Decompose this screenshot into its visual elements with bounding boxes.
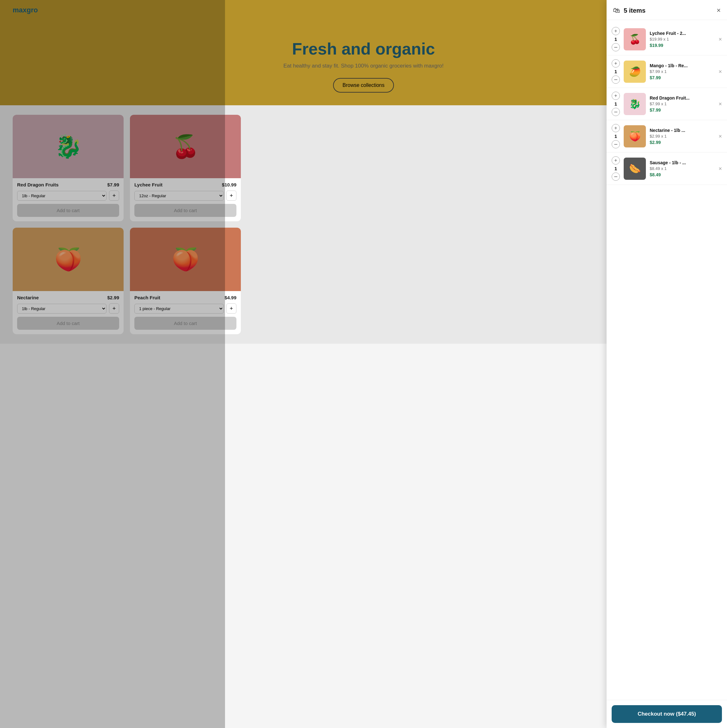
cart-qty-num-nectarine-cart: 1 — [614, 133, 617, 139]
cart-qty-ctrl-mango: + 1 − — [612, 59, 620, 84]
cart-overlay[interactable] — [0, 0, 225, 344]
cart-qty-num-sausage: 1 — [614, 166, 617, 171]
cart-qty-plus-sausage[interactable]: + — [612, 156, 620, 165]
cart-item-name-red-dragon: Red Dragon Fruit... — [650, 95, 715, 101]
cart-qty-plus-mango[interactable]: + — [612, 59, 620, 67]
qty-add-peach-fruit[interactable]: + — [226, 303, 237, 314]
cart-item-image-mango: 🥭 — [624, 61, 646, 83]
cart-panel: 🛍 5 items × + 1 − 🍒 Lychee Fruit - 2... … — [606, 0, 727, 344]
cart-item-unit-lychee: $19.99 x 1 — [650, 37, 715, 41]
cart-item-sausage: + 1 − 🌭 Sausage - 1lb - ... $8.49 x 1 $8… — [606, 153, 727, 185]
cart-item-remove-lychee[interactable]: × — [718, 37, 722, 42]
cart-item-remove-red-dragon[interactable]: × — [718, 101, 722, 107]
cart-items-list: + 1 − 🍒 Lychee Fruit - 2... $19.99 x 1 $… — [606, 20, 727, 344]
cart-item-red-dragon: + 1 − 🐉 Red Dragon Fruit... $7.99 x 1 $7… — [606, 88, 727, 120]
cart-qty-plus-nectarine-cart[interactable]: + — [612, 124, 620, 132]
cart-qty-minus-red-dragon[interactable]: − — [612, 108, 620, 116]
cart-item-details-mango: Mango - 1lb - Re... $7.99 x 1 $7.99 — [650, 63, 715, 80]
cart-qty-minus-mango[interactable]: − — [612, 75, 620, 84]
cart-qty-ctrl-lychee: + 1 − — [612, 27, 620, 51]
cart-qty-minus-nectarine-cart[interactable]: − — [612, 140, 620, 148]
cart-item-details-red-dragon: Red Dragon Fruit... $7.99 x 1 $7.99 — [650, 95, 715, 113]
cart-item-total-lychee: $19.99 — [650, 43, 715, 48]
cart-item-image-nectarine-cart: 🍑 — [624, 125, 646, 147]
cart-item-nectarine-cart: + 1 − 🍑 Nectarine - 1lb ... $2.99 x 1 $2… — [606, 120, 727, 153]
cart-close-button[interactable]: × — [716, 7, 721, 14]
cart-title: 5 items — [624, 7, 713, 14]
cart-item-mango: + 1 − 🥭 Mango - 1lb - Re... $7.99 x 1 $7… — [606, 55, 727, 88]
cart-item-unit-red-dragon: $7.99 x 1 — [650, 101, 715, 106]
cart-item-total-nectarine-cart: $2.99 — [650, 140, 715, 145]
cart-item-remove-sausage[interactable]: × — [718, 166, 722, 171]
cart-item-details-nectarine-cart: Nectarine - 1lb ... $2.99 x 1 $2.99 — [650, 128, 715, 145]
cart-qty-ctrl-red-dragon: + 1 − — [612, 92, 620, 116]
browse-collections-button[interactable]: Browse collections — [333, 78, 394, 93]
cart-item-total-mango: $7.99 — [650, 75, 715, 80]
cart-bag-icon: 🛍 — [613, 6, 620, 15]
cart-item-image-sausage: 🌭 — [624, 158, 646, 180]
cart-item-total-red-dragon: $7.99 — [650, 107, 715, 113]
cart-item-remove-mango[interactable]: × — [718, 69, 722, 75]
cart-header: 🛍 5 items × — [606, 0, 727, 20]
cart-qty-ctrl-nectarine-cart: + 1 − — [612, 124, 620, 148]
cart-qty-minus-lychee[interactable]: − — [612, 43, 620, 51]
cart-item-lychee: + 1 − 🍒 Lychee Fruit - 2... $19.99 x 1 $… — [606, 23, 727, 55]
cart-item-remove-nectarine-cart[interactable]: × — [718, 133, 722, 139]
cart-item-unit-sausage: $8.49 x 1 — [650, 166, 715, 171]
cart-item-name-mango: Mango - 1lb - Re... — [650, 63, 715, 68]
cart-item-unit-mango: $7.99 x 1 — [650, 69, 715, 74]
cart-qty-plus-lychee[interactable]: + — [612, 27, 620, 35]
cart-item-total-sausage: $8.49 — [650, 172, 715, 177]
cart-item-name-nectarine-cart: Nectarine - 1lb ... — [650, 128, 715, 133]
cart-item-name-lychee: Lychee Fruit - 2... — [650, 31, 715, 36]
qty-add-lychee-fruit[interactable]: + — [226, 191, 237, 201]
cart-item-image-red-dragon: 🐉 — [624, 93, 646, 115]
cart-item-details-lychee: Lychee Fruit - 2... $19.99 x 1 $19.99 — [650, 31, 715, 48]
cart-qty-num-lychee: 1 — [614, 37, 617, 42]
cart-qty-plus-red-dragon[interactable]: + — [612, 92, 620, 100]
cart-item-image-lychee: 🍒 — [624, 28, 646, 50]
cart-qty-num-red-dragon: 1 — [614, 101, 617, 107]
cart-item-name-sausage: Sausage - 1lb - ... — [650, 160, 715, 165]
cart-item-details-sausage: Sausage - 1lb - ... $8.49 x 1 $8.49 — [650, 160, 715, 177]
product-price-peach-fruit: $4.99 — [225, 295, 237, 300]
cart-qty-ctrl-sausage: + 1 − — [612, 156, 620, 181]
cart-qty-minus-sausage[interactable]: − — [612, 173, 620, 181]
cart-item-unit-nectarine-cart: $2.99 x 1 — [650, 134, 715, 139]
cart-qty-num-mango: 1 — [614, 69, 617, 74]
